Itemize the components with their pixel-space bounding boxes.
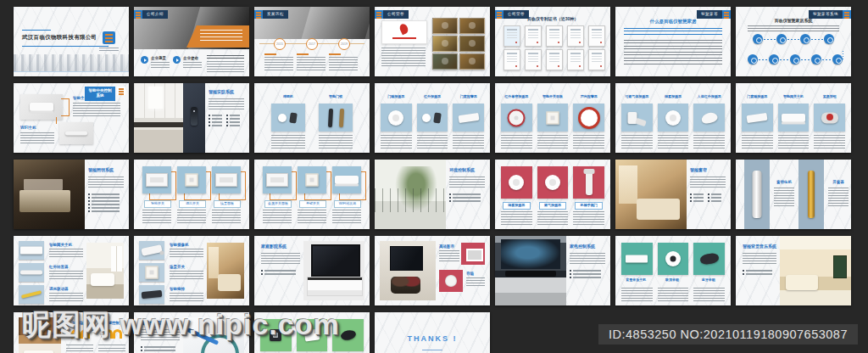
slide-thumbnail[interactable]: 百临仪专利证书（近30种）公司荣誉 — [495, 7, 610, 76]
timeline-node: 2015 — [274, 38, 286, 50]
mouse-glyph — [340, 329, 357, 342]
slide-thumbnail[interactable]: 智能开关调光开关情景面板 — [134, 160, 249, 229]
smart-lock-glyph — [191, 107, 198, 126]
arrow-circle-icon — [173, 56, 181, 64]
logo-bar — [105, 41, 113, 42]
slide-thumbnail[interactable]: 什么是百临仪智慧家居智慧家居 — [615, 7, 731, 76]
section-title: 智能安防系统 — [209, 90, 246, 95]
flow-arrow — [787, 39, 799, 40]
logo-bar — [376, 12, 381, 14]
slide-thumbnail[interactable]: 高清影音音箱 — [375, 236, 490, 305]
product-label: 智能开关面板 — [537, 95, 569, 99]
slide-thumbnail[interactable]: 金属开关面板单键开关WIFI转发器 — [254, 160, 370, 229]
product-tile — [139, 285, 164, 304]
hub-glyph — [782, 121, 805, 124]
brand-logo-icon — [495, 10, 504, 19]
slide-thumbnail[interactable]: 门磁探测器红外探测器门窗报警器 — [375, 83, 490, 153]
text-lines — [537, 211, 569, 226]
text-lines — [332, 210, 361, 224]
cert-title-line — [570, 53, 581, 54]
product-photo-card — [59, 122, 93, 144]
slide-thumbnail[interactable]: 智能安防系统 — [134, 83, 249, 153]
slide-thumbnail[interactable]: 201520172019发展历程 — [254, 7, 370, 76]
slide-thumbnail[interactable]: 家电控制系统 — [495, 236, 610, 305]
timeline-node: 2017 — [306, 38, 318, 50]
slide-thumbnail[interactable]: 可燃气体探测器烟雾探测器人体红外探测器 — [615, 83, 731, 153]
certificate — [567, 25, 584, 47]
logo-bar — [376, 17, 381, 19]
slide-thumbnail[interactable]: 红外幕帘探测器智能开关面板声光报警器 — [495, 83, 610, 153]
product-tile — [139, 241, 164, 260]
flow-arrow — [822, 59, 832, 60]
product-box — [501, 166, 532, 199]
slide-thumbnail[interactable]: 智能窗帘 — [615, 160, 731, 229]
product-label: 红外幕帘探测器 — [501, 95, 532, 99]
cert-title-line — [592, 29, 602, 31]
slide-thumbnail[interactable]: 窗帘电机开窗器 — [736, 160, 851, 229]
cert-title-line — [528, 53, 538, 54]
section-title: 什么是百临仪智慧家居 — [631, 19, 715, 24]
skyline-art — [14, 54, 129, 71]
slide-thumbnail[interactable]: 智能背景音乐系统 — [736, 236, 851, 305]
product-box — [271, 104, 305, 132]
feature-icon — [753, 34, 763, 44]
cert-seal — [600, 42, 603, 44]
spkdark-glyph — [699, 252, 720, 266]
slide-thumbnail[interactable]: 家庭影院系统 — [254, 236, 370, 305]
cert-title-line — [570, 29, 581, 31]
slide-header-label: 公司荣誉 — [504, 10, 529, 19]
text-lines — [621, 288, 653, 302]
product-label: 门磁探测器 — [381, 95, 412, 99]
slide-thumbnail[interactable]: 门窗磁探测器智能网关主机紧急按钮 — [736, 83, 851, 153]
product-photo-card — [20, 94, 63, 120]
product-label: 音箱 — [466, 272, 485, 276]
slide-thumbnail[interactable]: THANKS ! — [375, 312, 490, 353]
award-plaque — [432, 18, 458, 34]
product-label: 燃气探测器 — [539, 202, 567, 210]
flatbox-glyph — [747, 112, 768, 122]
flow-arrow — [764, 39, 776, 40]
slide-header-label: 公司介绍 — [142, 10, 168, 19]
slide-header: 智慧家居 — [697, 10, 731, 19]
text-lines — [319, 135, 353, 148]
product-box — [621, 104, 653, 132]
text-lines — [183, 62, 202, 69]
product-band — [744, 160, 770, 229]
slide-thumbnail[interactable]: 智能摄像机场景开关智能插排 — [134, 236, 249, 305]
slide-header: 智能中央控制系统 — [85, 87, 125, 101]
slide-thumbnail[interactable]: 烟雾探测器燃气探测器机械手阀门 — [495, 160, 610, 229]
handles-glyph — [328, 108, 333, 126]
slide-thumbnail[interactable]: 智能主机WIFI主机智能中央控制系统 — [14, 83, 129, 153]
award-caption — [392, 37, 416, 39]
feature-icon-glyph — [815, 58, 821, 64]
flame-icon — [398, 23, 409, 36]
logo-bar — [844, 17, 849, 19]
slide-thumbnail[interactable]: 公司荣誉 — [375, 7, 490, 76]
slide-thumbnail[interactable]: 环境控制系统 — [375, 160, 490, 229]
photo-tv-console — [303, 241, 364, 300]
slide-thumbnail[interactable]: 智能照明系统 — [14, 160, 129, 229]
hub-glyph — [30, 103, 53, 111]
slide-header-label: 智慧家居系统 — [809, 10, 843, 19]
slide-thumbnail[interactable]: 企业愿景企业使命公司介绍 — [134, 7, 249, 76]
slide-thumbnail[interactable]: 武汉百临仪物联科技有限公司 — [14, 7, 129, 76]
feature-icon-glyph — [827, 37, 833, 43]
slides-grid: 武汉百临仪物联科技有限公司企业愿景企业使命公司介绍201520172019发展历… — [14, 7, 851, 353]
feature-icon-glyph — [793, 58, 799, 64]
highlight-banner — [186, 25, 249, 48]
section-title: 家电控制系统 — [570, 244, 605, 249]
cert-text-lines — [570, 56, 581, 64]
feature-icon-glyph — [836, 58, 842, 64]
text-lines — [693, 288, 725, 302]
slide-thumbnail[interactable]: 智能网关主机红外转发器调光驱动器 — [14, 236, 129, 305]
product-label: 智能门锁 — [319, 95, 353, 99]
section-title: 环境控制系统 — [449, 168, 485, 173]
product-label: 情景面板 — [214, 200, 241, 208]
slide-thumbnail[interactable]: 猫眼机智能门锁 — [254, 83, 370, 153]
slide-header-label: 发展历程 — [263, 10, 288, 19]
product-box — [537, 166, 569, 199]
slide-thumbnail[interactable]: 背景音乐主机吸顶音箱蓝牙音箱 — [615, 236, 731, 305]
logo-bar — [119, 93, 124, 95]
slide-thumbnail[interactable]: 百临仪智慧家居系统智慧家居系统 — [736, 7, 851, 76]
text-lines — [49, 249, 83, 259]
